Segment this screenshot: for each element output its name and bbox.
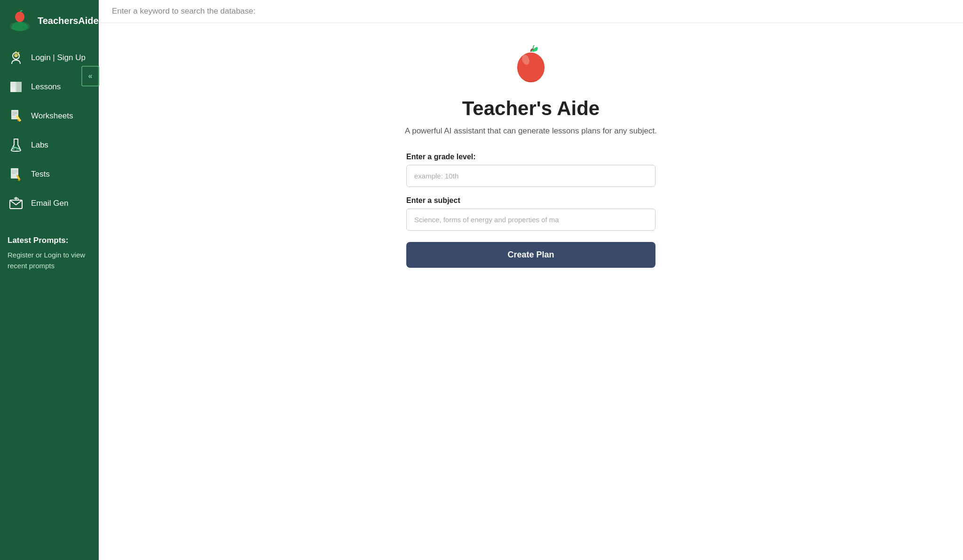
- svg-rect-13: [12, 112, 17, 113]
- svg-rect-9: [16, 83, 22, 84]
- svg-marker-25: [17, 179, 21, 182]
- svg-marker-27: [14, 197, 18, 200]
- flask-icon: [8, 137, 24, 154]
- svg-rect-10: [16, 85, 22, 86]
- sidebar-item-labs[interactable]: Labs: [0, 131, 99, 160]
- apple-illustration: [507, 42, 554, 89]
- test-icon: [8, 166, 24, 183]
- create-plan-button[interactable]: Create Plan: [406, 242, 655, 268]
- svg-rect-21: [12, 170, 17, 171]
- svg-point-3: [14, 54, 18, 57]
- sidebar-item-labs-label: Labs: [31, 140, 48, 150]
- book-icon: [8, 78, 24, 95]
- search-bar-area: Enter a keyword to search the database:: [99, 0, 963, 23]
- svg-point-1: [15, 12, 24, 22]
- logo-area: TeachersAide: [0, 0, 99, 41]
- sidebar-item-tests[interactable]: Tests: [0, 160, 99, 189]
- sidebar-item-lessons-label: Lessons: [31, 82, 61, 92]
- svg-rect-11: [16, 82, 17, 92]
- svg-point-18: [13, 148, 15, 150]
- svg-rect-8: [10, 86, 16, 87]
- sidebar-item-worksheets-label: Worksheets: [31, 111, 73, 121]
- svg-point-29: [517, 53, 545, 83]
- sidebar-item-login-label: Login | Sign Up: [31, 53, 86, 62]
- svg-rect-23: [12, 173, 16, 174]
- content-area: Teacher's Aide A powerful AI assistant t…: [99, 23, 963, 560]
- latest-prompts-text: Register or Login to view recent prompts: [8, 250, 91, 271]
- app-subtitle: A powerful AI assistant that can generat…: [405, 126, 657, 136]
- email-icon: [8, 195, 24, 212]
- grade-input[interactable]: [406, 165, 655, 187]
- svg-rect-15: [12, 115, 16, 116]
- sidebar-item-email-gen-label: Email Gen: [31, 199, 68, 208]
- subject-input[interactable]: [406, 209, 655, 231]
- grade-label: Enter a grade level:: [406, 153, 655, 161]
- latest-prompts-title: Latest Prompts:: [8, 236, 91, 245]
- latest-prompts-section: Latest Prompts: Register or Login to vie…: [0, 225, 99, 277]
- sidebar-item-email-gen[interactable]: Email Gen: [0, 189, 99, 218]
- subject-label: Enter a subject: [406, 196, 655, 205]
- svg-rect-14: [12, 113, 17, 114]
- main-content: Enter a keyword to search the database: …: [99, 0, 963, 560]
- collapse-icon: «: [88, 72, 93, 80]
- svg-point-19: [16, 149, 18, 151]
- subject-field-group: Enter a subject: [406, 196, 655, 231]
- search-label: Enter a keyword to search the database:: [112, 7, 255, 16]
- sidebar-item-worksheets[interactable]: Worksheets: [0, 101, 99, 131]
- logo-text: TeachersAide: [38, 15, 99, 26]
- svg-rect-6: [10, 83, 16, 84]
- sidebar-item-tests-label: Tests: [31, 170, 50, 179]
- logo-icon: [8, 8, 32, 33]
- worksheet-icon: [8, 108, 24, 124]
- form-area: Enter a grade level: Enter a subject Cre…: [406, 153, 655, 268]
- grade-field-group: Enter a grade level:: [406, 153, 655, 187]
- app-title: Teacher's Aide: [462, 97, 600, 120]
- person-lightbulb-icon: [8, 49, 24, 66]
- collapse-sidebar-button[interactable]: «: [81, 66, 99, 86]
- svg-rect-22: [12, 171, 17, 172]
- svg-rect-7: [10, 85, 16, 86]
- sidebar: TeachersAide Login | Sign Up: [0, 0, 99, 560]
